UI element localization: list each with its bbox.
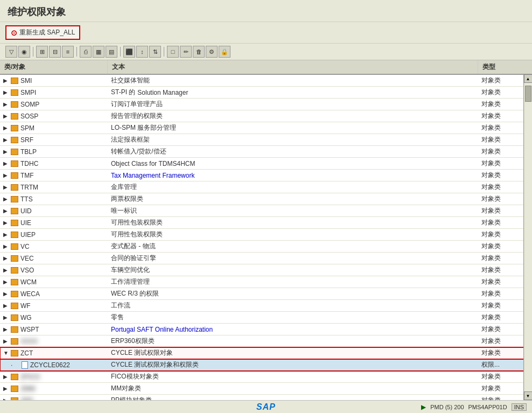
expand-icon[interactable]: ▶ — [3, 172, 9, 178]
sort-button[interactable]: ↕ — [136, 46, 148, 58]
cell-text: 两票权限类 — [108, 193, 478, 205]
lock-button[interactable]: 🔒 — [219, 46, 230, 58]
table-row-zct[interactable]: ▼ ZCT CYCLE 测试权限对象 对象类 — [0, 347, 532, 359]
action-bar: ⊙ 重新生成 SAP_ALL — [0, 22, 532, 44]
expand-button[interactable]: ⊞ — [36, 46, 48, 58]
table-row[interactable]: ▶ WECA WEC R/3 的权限 对象类 — [0, 288, 532, 300]
folder-icon — [11, 279, 18, 285]
table-row[interactable]: ▶ WCM 工作清理管理 对象类 — [0, 276, 532, 288]
expand-icon[interactable]: ▶ — [3, 386, 9, 391]
table-row[interactable]: ▶ XXXX ERP360权限类 对象类 — [0, 335, 532, 347]
scroll-down-button[interactable]: ▼ — [524, 391, 533, 400]
expand-icon[interactable]: ▶ — [3, 255, 9, 261]
table-row[interactable]: ▶ UIE 可用性包装权限类 对象类 — [0, 217, 532, 229]
regen-sap-all-button[interactable]: ⊙ 重新生成 SAP_ALL — [5, 25, 80, 40]
col-header-type: 类型 — [478, 60, 532, 74]
table-row[interactable]: ▶ VSO 车辆空间优化 对象类 — [0, 264, 532, 276]
regen-icon: ⊙ — [11, 29, 17, 37]
cell-text: 金库管理 — [108, 181, 478, 193]
layout2-button[interactable]: ▤ — [106, 46, 117, 58]
expand-icon[interactable]: ▶ — [3, 243, 9, 249]
table-row-zcycle0622[interactable]: ▶ · ZCYCLE0622 CYCLE 测试权限对象和权限类 权限... — [0, 359, 532, 371]
expand-icon[interactable]: ▶ — [3, 220, 9, 226]
table-row[interactable]: ▶ WSPT Portugal SAFT Online Authorizatio… — [0, 324, 532, 335]
table-row[interactable]: ▶ VEC 合同的验证引擎 对象类 — [0, 253, 532, 264]
table-row[interactable]: ▶ TBLP 转帐借入/贷款/偿还 对象类 — [0, 146, 532, 158]
table-row[interactable]: ▶ WF 工作流 对象类 — [0, 300, 532, 312]
table-row[interactable]: ▶ UIEP 可用性包装权限类 对象类 — [0, 229, 532, 241]
delete-button[interactable]: 🗑 — [193, 46, 205, 58]
cell-id: ▶ UIEP — [0, 229, 108, 240]
settings-button[interactable]: ⚙ — [206, 46, 218, 58]
scrollbar[interactable]: ▲ ▼ — [523, 74, 532, 400]
expand-icon[interactable]: ▶ — [3, 196, 9, 202]
cell-id: ▶ SMPI — [0, 87, 108, 98]
expand-icon[interactable]: ▶ — [3, 125, 9, 131]
cell-id: ▶ TMF — [0, 170, 108, 181]
cell-text: 唯一标识 — [108, 205, 478, 216]
table-row[interactable]: ▶ TMF Tax Management Framework 对象类 — [0, 170, 532, 181]
folder-icon — [11, 374, 18, 380]
link-text[interactable]: Portugal SAFT Online Authorization — [111, 326, 213, 333]
expand-icon[interactable]: ▶ — [3, 279, 9, 285]
table-row[interactable]: ▶ UID 唯一标识 对象类 — [0, 205, 532, 217]
table-row[interactable]: ▶ WG 零售 对象类 — [0, 312, 532, 324]
expand-icon[interactable]: ▶ — [3, 397, 9, 400]
find-button[interactable]: ◉ — [18, 46, 30, 58]
table-row[interactable]: ▶ SMI 社交媒体智能 对象类 — [0, 75, 532, 87]
expand-icon[interactable]: ▶ — [3, 374, 9, 380]
expand-icon[interactable]: ▶ — [3, 160, 9, 166]
table-row[interactable]: ▶ SOMP 订阅订单管理产品 对象类 — [0, 99, 532, 110]
cell-text: CYCLE 测试权限对象 — [108, 347, 478, 359]
expand-icon[interactable]: ▶ — [3, 314, 9, 320]
layout-button[interactable]: ▦ — [93, 46, 104, 58]
cell-id: ▶ SPM — [0, 122, 108, 134]
scroll-up-button[interactable]: ▲ — [524, 74, 533, 83]
play-icon[interactable]: ▶ — [421, 403, 426, 411]
expand-icon[interactable]: ▶ — [3, 89, 9, 95]
cell-id: ▶ · ZCYCLE0622 — [0, 359, 108, 370]
expand-icon[interactable]: ▶ — [3, 149, 9, 155]
status-bar: SAP ▶ PMD (5) 200 PMS4APP01D INS — [0, 400, 532, 413]
edit-button[interactable]: ✏ — [180, 46, 192, 58]
expand-icon[interactable]: ▶ — [3, 232, 9, 237]
filter-button[interactable]: ▽ — [5, 46, 17, 58]
print-button[interactable]: ⎙ — [80, 46, 92, 58]
expand-icon[interactable]: ▶ — [3, 113, 9, 119]
folder-icon — [11, 291, 18, 297]
scroll-thumb[interactable] — [525, 86, 531, 102]
table-row[interactable]: ▶ TTS 两票权限类 对象类 — [0, 193, 532, 205]
link-text[interactable]: Tax Management Framework — [111, 172, 194, 179]
table-row[interactable]: ▶ ZFICO FICO模块对象类 对象类 — [0, 371, 532, 383]
cell-id: ▶ ZPP — [0, 395, 108, 400]
table-row[interactable]: ▶ SMPI ST-PI 的 Solution Manager 对象类 — [0, 87, 532, 99]
expand-icon[interactable]: ▶ — [3, 137, 9, 143]
expand-icon[interactable]: ▶ — [3, 184, 9, 190]
expand-icon[interactable]: ▶ — [3, 101, 9, 107]
cell-id: ▶ VC — [0, 241, 108, 252]
expand-icon[interactable]: ▶ — [3, 303, 9, 309]
table-row[interactable]: ▶ ZPP PP模块对象类 对象类 — [0, 395, 532, 400]
cell-id: ▶ TBLP — [0, 146, 108, 157]
export-button[interactable]: ⬛ — [123, 46, 135, 58]
expand-icon[interactable]: ▶ — [3, 326, 9, 332]
table-row[interactable]: ▶ SPM LO-SPM 服务部分管理 对象类 — [0, 122, 532, 134]
expand-icon[interactable]: ▶ — [3, 291, 9, 297]
separator-4 — [164, 47, 164, 57]
folder-icon — [11, 172, 18, 179]
table-row[interactable]: ▶ VC 变式配器 - 物流 对象类 — [0, 241, 532, 253]
new-button[interactable]: □ — [167, 46, 179, 58]
table-row[interactable]: ▶ ZMM MM对象类 对象类 — [0, 383, 532, 395]
collapse-button[interactable]: ⊟ — [49, 46, 61, 58]
table-row[interactable]: ▶ TDHC Object Class for TDMS4HCM 对象类 — [0, 158, 532, 170]
table-row[interactable]: ▶ SRF 法定报表框架 对象类 — [0, 134, 532, 146]
expand-icon[interactable]: ▶ — [3, 338, 9, 344]
table-row[interactable]: ▶ TRTM 金库管理 对象类 — [0, 181, 532, 193]
expand-icon[interactable]: ▶ — [3, 78, 9, 83]
expand-icon[interactable]: ▼ — [3, 350, 9, 356]
view-button[interactable]: ≡ — [62, 46, 74, 58]
expand-icon[interactable]: ▶ — [3, 208, 9, 214]
table-row[interactable]: ▶ SOSP 报告管理的权限类 对象类 — [0, 110, 532, 122]
sort2-button[interactable]: ⇅ — [149, 46, 161, 58]
expand-icon[interactable]: ▶ — [3, 267, 9, 273]
